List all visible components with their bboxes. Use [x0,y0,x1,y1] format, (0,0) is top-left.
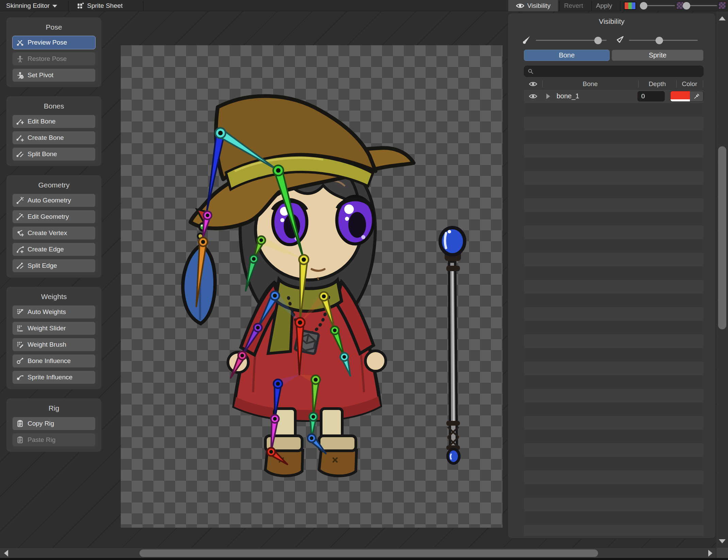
copy-rig-button[interactable]: Copy Rig [12,417,96,430]
horizontal-scrollbar[interactable] [0,548,716,558]
restore-pose-button[interactable]: Restore Pose [12,52,96,66]
mesh-opacity-slider[interactable] [686,5,717,6]
split-edge-button[interactable]: Split Edge [12,259,96,273]
sprite-influence-button[interactable]: Sprite Influence [12,370,96,384]
section-title: Geometry [12,181,96,189]
bone-name[interactable]: bone_1 [557,92,579,100]
section-weights: WeightsAuto WeightsWeight SliderWeight B… [6,286,102,390]
bone-search-box[interactable] [524,66,704,77]
skinning-editor-menu[interactable]: Skinning Editor [6,0,57,11]
split-edge-icon [16,262,24,270]
scroll-left-arrow[interactable] [4,550,8,557]
bone-opacity-icon [522,35,532,46]
sprite-opacity-slider[interactable] [644,5,675,6]
create-edge-button[interactable]: Create Edge [12,243,96,256]
bone-color-field [670,91,704,102]
bone-visibility-eye-icon[interactable] [529,93,537,99]
create-vertex-icon [16,229,24,237]
sprite-sheet-tab[interactable]: Sprite Sheet [77,0,123,11]
preview-pose-icon [16,38,24,47]
sprite-sheet-icon [77,2,84,10]
weight-brush-button[interactable]: Weight Brush [12,338,96,351]
rgb-swatch-icon [624,2,636,10]
top-toolbar: Skinning Editor Sprite Sheet Visibility … [0,0,728,11]
visibility-panel: Visibility Bone Sprite [508,13,716,539]
bone-influence-icon [16,357,24,365]
paste-rig-icon [16,436,24,444]
weight-slider-button[interactable]: Weight Slider [12,322,96,335]
bone-influence-button[interactable]: Bone Influence [12,354,96,368]
right-eye [337,196,374,244]
eye-column-icon[interactable] [529,81,537,87]
search-icon [528,68,534,75]
sprite-mesh-opacity-icon [615,35,625,46]
column-depth[interactable]: Depth [638,80,676,88]
auto-weights-icon [16,308,24,316]
create-edge-icon [16,245,24,253]
restore-pose-icon [16,55,24,63]
weight-slider-icon [16,324,24,332]
tab-bone[interactable]: Bone [524,50,610,61]
tab-sprite[interactable]: Sprite [612,50,704,61]
toolbar-separator [68,1,69,11]
button-label: Restore Pose [28,55,67,63]
sprite-mesh-opacity-slider-knob[interactable] [656,37,663,44]
edit-geometry-button[interactable]: Edit Geometry [12,210,96,224]
section-bones: BonesEdit BoneCreate BoneSplit Bone [6,96,102,166]
expand-caret-icon[interactable] [546,94,550,99]
bone-opacity-slider[interactable] [536,40,607,41]
search-input[interactable] [536,68,700,75]
sprite-opacity-slider-knob[interactable] [640,2,647,10]
scroll-up-arrow[interactable] [719,16,726,20]
staff-sprite [440,228,465,463]
column-bone[interactable]: Bone [542,80,638,88]
visibility-toggle-button[interactable]: Visibility [508,0,558,11]
scroll-right-arrow[interactable] [708,550,712,557]
section-title: Bones [12,102,96,110]
apply-button[interactable]: Apply [596,0,612,11]
split-bone-button[interactable]: Split Bone [12,147,96,161]
horizontal-scrollbar-thumb[interactable] [139,549,598,557]
button-label: Set Pivot [28,71,53,79]
create-vertex-button[interactable]: Create Vertex [12,226,96,240]
color-channel-button[interactable] [624,0,636,11]
create-bone-button[interactable]: Create Bone [12,131,96,145]
mesh-opacity-slider-knob[interactable] [683,2,690,10]
button-label: Copy Rig [28,420,54,427]
button-label: Auto Weights [28,308,66,316]
tool-panel: PosePreview PoseRestore PoseSet PivotBon… [6,17,102,461]
auto-weights-button[interactable]: Auto Weights [12,305,96,319]
button-label: Bone Influence [28,357,71,365]
auto-geometry-icon [16,196,24,204]
skinning-editor-window: Skinning Editor Sprite Sheet Visibility … [0,0,728,560]
edit-bone-button[interactable]: Edit Bone [12,115,96,128]
scroll-down-arrow[interactable] [719,539,726,543]
bone-color-swatch[interactable] [671,91,690,101]
revert-button[interactable]: Revert [564,0,583,11]
toolbar-separator [143,1,144,11]
sprite-influence-icon [16,373,24,381]
button-label: Split Bone [28,150,57,158]
skinning-editor-label: Skinning Editor [6,2,50,10]
auto-geometry-button[interactable]: Auto Geometry [12,194,96,207]
set-pivot-button[interactable]: Set Pivot [12,68,96,82]
bone-table-row[interactable]: bone_1 [524,89,704,103]
paste-rig-button[interactable]: Paste Rig [12,433,96,447]
button-label: Create Edge [28,246,64,253]
button-label: Paste Rig [28,436,55,444]
vertical-scrollbar[interactable] [716,11,728,548]
section-title: Rig [12,404,96,412]
bone-table-header: Bone Depth Color [524,79,704,89]
depth-input[interactable] [638,91,665,101]
column-color[interactable]: Color [676,80,703,88]
sprite-mesh-opacity-slider[interactable] [629,40,698,41]
weight-brush-icon [16,341,24,349]
vertical-scrollbar-thumb[interactable] [718,146,726,329]
section-pose: PosePreview PoseRestore PoseSet Pivot [6,17,102,87]
bone-opacity-slider-knob[interactable] [594,37,602,44]
sprite-canvas[interactable] [121,45,502,528]
preview-pose-button[interactable]: Preview Pose [12,36,96,49]
eyedropper-button[interactable] [690,91,703,101]
section-geometry: GeometryAuto GeometryEdit GeometryCreate… [6,175,102,278]
button-label: Edit Geometry [28,213,69,220]
